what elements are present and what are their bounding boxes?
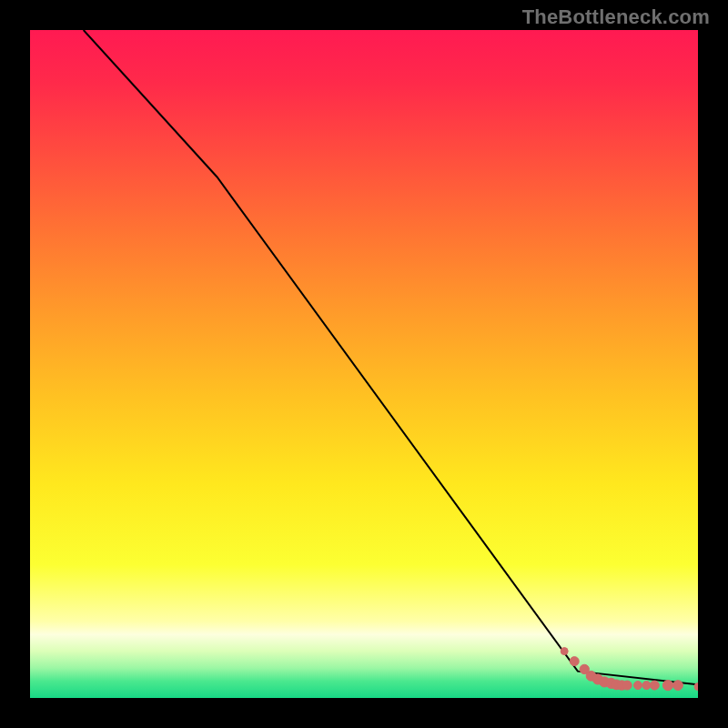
data-point	[662, 680, 672, 690]
data-point	[673, 681, 683, 691]
data-point	[650, 681, 659, 690]
data-point	[570, 657, 579, 666]
data-point	[633, 682, 642, 690]
plot-area	[30, 30, 698, 698]
data-point	[622, 681, 632, 690]
data-point	[642, 682, 651, 690]
chart-svg	[30, 30, 698, 698]
chart-stage: TheBottleneck.com	[0, 0, 728, 728]
watermark-text: TheBottleneck.com	[522, 5, 710, 29]
data-point	[561, 648, 568, 655]
data-point	[694, 683, 698, 691]
gradient-background	[30, 30, 698, 698]
